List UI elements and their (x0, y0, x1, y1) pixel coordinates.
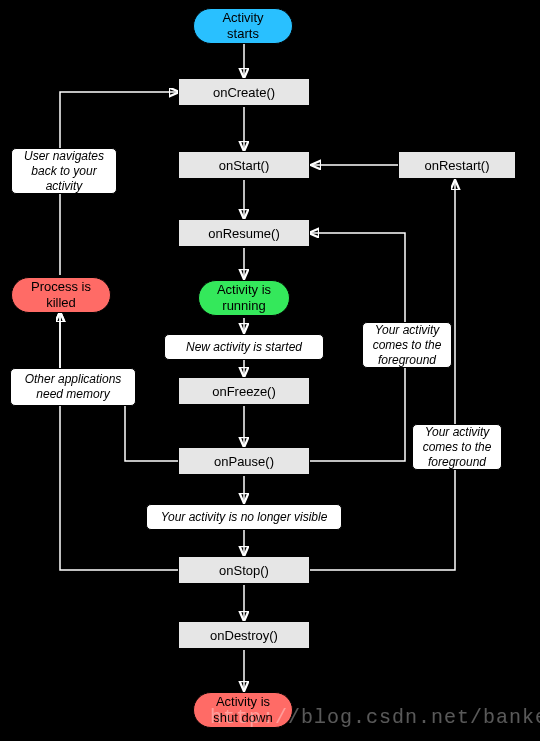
node-process-killed: Process is killed (11, 277, 111, 313)
watermark-text: http://blog.csdn.net/banketree (210, 706, 540, 729)
label-onfreeze: onFreeze() (212, 384, 276, 399)
node-activity-starts: Activity starts (193, 8, 293, 44)
node-ondestroy: onDestroy() (178, 621, 310, 649)
note-foreground-2: Your activity comes to the foreground (412, 424, 502, 470)
label-new-activity: New activity is started (186, 340, 302, 355)
node-activity-running: Activity is running (198, 280, 290, 316)
label-onrestart: onRestart() (424, 158, 489, 173)
label-oncreate: onCreate() (213, 85, 275, 100)
label-onstop: onStop() (219, 563, 269, 578)
label-onpause: onPause() (214, 454, 274, 469)
note-new-activity: New activity is started (164, 334, 324, 360)
node-oncreate: onCreate() (178, 78, 310, 106)
note-no-longer-visible: Your activity is no longer visible (146, 504, 342, 530)
label-foreground-2: Your activity comes to the foreground (423, 425, 492, 470)
label-activity-starts: Activity starts (222, 10, 263, 41)
note-navigate-back: User navigates back to your activity (11, 148, 117, 194)
label-navigate-back: User navigates back to your activity (24, 149, 104, 194)
note-need-memory: Other applications need memory (10, 368, 136, 406)
node-onresume: onResume() (178, 219, 310, 247)
node-onrestart: onRestart() (398, 151, 516, 179)
label-process-killed: Process is killed (31, 279, 91, 310)
label-onresume: onResume() (208, 226, 280, 241)
node-onpause: onPause() (178, 447, 310, 475)
label-activity-running: Activity is running (217, 282, 271, 313)
label-onstart: onStart() (219, 158, 270, 173)
label-ondestroy: onDestroy() (210, 628, 278, 643)
label-need-memory: Other applications need memory (25, 372, 122, 402)
note-foreground-1: Your activity comes to the foreground (362, 322, 452, 368)
label-foreground-1: Your activity comes to the foreground (373, 323, 442, 368)
node-onfreeze: onFreeze() (178, 377, 310, 405)
watermark-label: http://blog.csdn.net/banketree (210, 706, 540, 729)
node-onstart: onStart() (178, 151, 310, 179)
label-no-longer-visible: Your activity is no longer visible (161, 510, 328, 525)
node-onstop: onStop() (178, 556, 310, 584)
